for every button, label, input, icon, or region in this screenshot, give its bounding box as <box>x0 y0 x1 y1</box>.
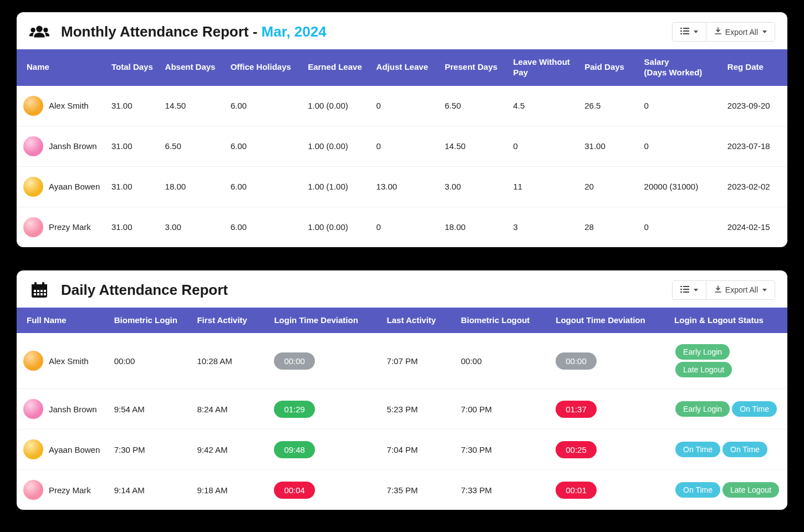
svg-rect-10 <box>32 284 47 288</box>
columns-toggle-button[interactable] <box>673 23 706 41</box>
status-badge: Early Login <box>675 344 730 360</box>
cell-login-dev: 00:00 <box>268 333 381 389</box>
daily-title: Daily Attendance Report <box>61 282 228 299</box>
cell-salary: 0 <box>639 86 722 126</box>
cell-salary: 20000 (31000) <box>639 166 722 207</box>
col-adjust-leave: Adjust Leave <box>371 49 439 86</box>
cell-salary: 0 <box>639 126 722 166</box>
col-name: Name <box>17 49 106 86</box>
employee-name: Prezy Mark <box>49 222 91 232</box>
export-icon <box>714 27 722 37</box>
cell-login-dev: 00:04 <box>268 470 381 510</box>
cell-reg-date: 2023-02-02 <box>722 166 787 207</box>
table-row: Prezy Mark9:14 AM9:18 AM00:047:35 PM7:33… <box>17 470 787 510</box>
employee-name-cell: Alex Smith <box>23 96 100 116</box>
svg-rect-14 <box>37 290 39 292</box>
cell-lwop: 3 <box>507 207 579 247</box>
cell-reg-date: 2023-09-20 <box>722 86 787 126</box>
employee-name-cell: Ayaan Bowen <box>23 439 103 459</box>
svg-rect-24 <box>683 289 689 290</box>
avatar <box>23 136 43 156</box>
columns-toggle-button[interactable] <box>673 281 706 299</box>
monthly-title-prefix: Monthly Attendance Report - <box>61 23 262 40</box>
export-all-button[interactable]: Export All <box>706 281 775 299</box>
cell-lwop: 11 <box>507 166 579 207</box>
daily-table: Full Name Biometric Login First Activity… <box>17 308 787 510</box>
table-row: Jansh Brown31.006.506.001.00 (0.00)014.5… <box>17 126 787 166</box>
col-bio-logout: Biometric Logout <box>455 308 550 334</box>
cell-bio-logout: 7:00 PM <box>455 389 550 429</box>
col-last-activity: Last Activity <box>381 308 456 334</box>
status-badge: Late Logout <box>722 482 779 498</box>
table-row: Ayaan Bowen7:30 PM9:42 AM09:487:04 PM7:3… <box>17 429 787 470</box>
col-total-days: Total Days <box>106 49 160 86</box>
cell-office-holidays: 6.00 <box>225 126 303 166</box>
cell-first-activity: 10:28 AM <box>191 333 268 389</box>
svg-point-1 <box>31 28 35 32</box>
cell-paid-days: 31.00 <box>579 126 638 166</box>
table-row: Alex Smith31.0014.506.001.00 (0.00)06.50… <box>17 86 787 126</box>
cell-paid-days: 20 <box>579 166 638 207</box>
status-badge: Early Login <box>675 401 730 417</box>
cell-earned-leave: 1.00 (1.00) <box>302 166 370 207</box>
cell-last-activity: 7:07 PM <box>381 333 456 389</box>
cell-total-days: 31.00 <box>106 126 160 166</box>
cell-first-activity: 9:42 AM <box>191 429 268 470</box>
col-login-dev: Login Time Deviation <box>268 308 381 334</box>
cell-adjust-leave: 0 <box>371 86 439 126</box>
monthly-title: Monthly Attendance Report - Mar, 2024 <box>61 23 327 40</box>
cell-absent-days: 3.00 <box>160 207 225 247</box>
svg-rect-5 <box>680 30 682 32</box>
login-deviation-pill: 00:04 <box>274 482 315 499</box>
svg-rect-21 <box>680 286 682 287</box>
table-row: Ayaan Bowen31.0018.006.001.00 (1.00)13.0… <box>17 166 787 207</box>
col-full-name: Full Name <box>17 308 109 334</box>
status-badge: On Time <box>722 442 767 457</box>
table-row: Jansh Brown9:54 AM8:24 AM01:295:23 PM7:0… <box>17 389 787 429</box>
cell-adjust-leave: 0 <box>371 207 439 247</box>
status-badge: On Time <box>732 401 777 417</box>
export-all-button[interactable]: Export All <box>706 23 775 41</box>
cell-absent-days: 18.00 <box>160 166 225 207</box>
cell-adjust-leave: 0 <box>371 126 439 166</box>
col-first-activity: First Activity <box>191 308 268 334</box>
avatar <box>23 439 43 459</box>
svg-rect-22 <box>683 286 689 287</box>
logout-deviation-pill: 00:25 <box>556 441 597 458</box>
cell-status: On TimeLate Logout <box>669 470 787 510</box>
status-badge: On Time <box>675 442 720 457</box>
users-icon <box>29 24 50 40</box>
svg-rect-25 <box>680 291 682 293</box>
cell-first-activity: 8:24 AM <box>191 389 268 429</box>
login-deviation-pill: 09:48 <box>274 441 315 458</box>
svg-rect-6 <box>683 30 689 32</box>
svg-rect-20 <box>44 293 46 295</box>
svg-rect-17 <box>34 293 36 295</box>
cell-total-days: 31.00 <box>106 207 160 247</box>
export-icon <box>714 285 722 295</box>
monthly-header-row: Name Total Days Absent Days Office Holid… <box>17 49 787 86</box>
status-badge: Late Logout <box>675 362 732 377</box>
svg-rect-3 <box>680 28 682 29</box>
svg-point-0 <box>36 25 42 32</box>
employee-name: Ayaan Bowen <box>49 182 100 191</box>
svg-rect-19 <box>40 293 43 295</box>
monthly-title-accent: Mar, 2024 <box>262 23 327 40</box>
cell-lwop: 0 <box>507 126 579 166</box>
cell-office-holidays: 6.00 <box>225 207 303 247</box>
logout-deviation-pill: 01:37 <box>556 401 597 418</box>
cell-adjust-leave: 13.00 <box>371 166 439 207</box>
col-bio-login: Biometric Login <box>109 308 192 334</box>
cell-absent-days: 6.50 <box>160 126 225 166</box>
col-office-holidays: Office Holidays <box>225 49 303 86</box>
cell-last-activity: 7:35 PM <box>381 470 456 510</box>
col-salary: Salary (Days Worked) <box>639 49 722 86</box>
monthly-table: Name Total Days Absent Days Office Holid… <box>17 49 787 247</box>
cell-logout-dev: 00:25 <box>550 429 669 470</box>
employee-name-cell: Prezy Mark <box>23 480 103 500</box>
svg-rect-12 <box>42 282 44 286</box>
daily-title-wrap: Daily Attendance Report <box>29 282 228 299</box>
monthly-title-wrap: Monthly Attendance Report - Mar, 2024 <box>29 23 327 40</box>
svg-rect-16 <box>44 290 46 292</box>
svg-rect-13 <box>34 290 36 292</box>
